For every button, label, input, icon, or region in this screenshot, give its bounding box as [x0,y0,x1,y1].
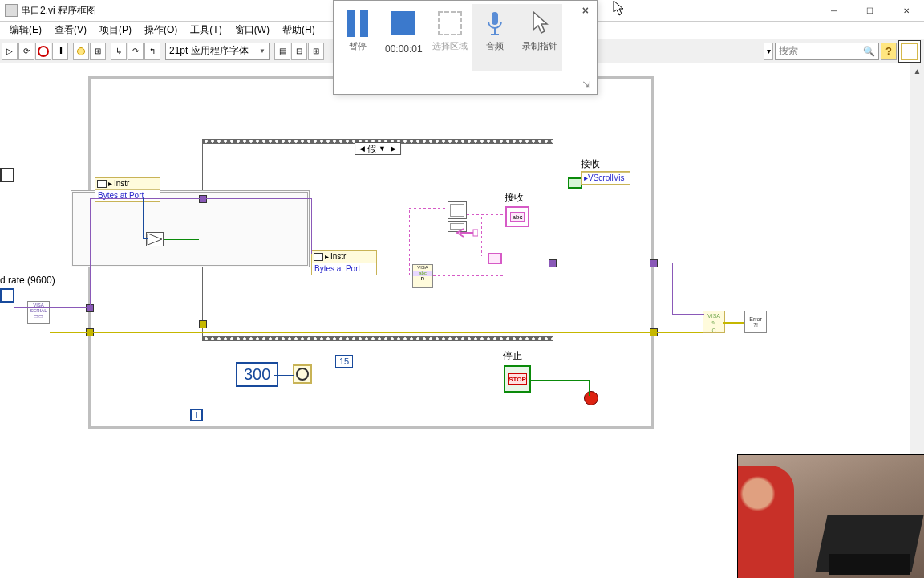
wire-pink-v2 [481,214,482,256]
menu-help[interactable]: 帮助(H) [276,22,322,39]
tunnel-case-out-1[interactable] [549,259,557,267]
control-terminal-left[interactable] [0,168,14,182]
wire-bytes [143,198,144,238]
labview-icon [5,4,18,17]
case-selector[interactable]: ◀ 假 ▼ ▶ [355,142,401,155]
case-next-icon[interactable]: ▶ [388,144,399,153]
case-dropdown-icon[interactable]: ▼ [376,144,388,153]
align-button[interactable]: ▤ [274,43,290,60]
minimize-button[interactable]: ─ [816,0,852,22]
retain-wires-button[interactable]: ⊞ [90,43,106,60]
step-over-button[interactable]: ↷ [128,43,144,60]
recorder-pause-button[interactable]: 暂停 [335,4,380,71]
menu-project[interactable]: 项目(P) [93,22,138,39]
reorder-button[interactable]: ⊞ [308,43,324,60]
wire-blue-1 [160,197,165,197]
abc-label: abc [513,214,523,221]
stop-text: STOP [508,373,527,385]
visa-read-node[interactable]: VISA abc R [412,264,433,288]
recorder-area-button[interactable]: 选择区域 [428,4,472,71]
visa-close-node[interactable]: VISA✎C [703,311,725,333]
pause-button[interactable]: II [52,43,68,60]
run-button[interactable]: ▷ [2,43,18,60]
recorder-audio-button[interactable]: 音频 [472,4,517,71]
prop-class-2: Instr [330,252,346,262]
font-selector[interactable]: 21pt 应用程序字体 ▼ [165,43,270,60]
search-input[interactable]: 搜索 🔍 [775,43,879,60]
pause-label: 暂停 [349,41,367,51]
wire-visa-out4 [672,314,704,315]
svg-marker-0 [148,234,162,245]
context-help-button[interactable]: ? [881,43,897,60]
visa-r: R [413,276,432,282]
wire-stop-v [589,380,590,396]
pointer-label: 录制指针 [522,41,557,51]
prop-ref-icon [97,180,107,188]
menu-tools[interactable]: 工具(T) [184,22,228,39]
search-placeholder: 搜索 [779,44,798,58]
wire-visa-out2 [656,263,672,263]
case-value: 假 [367,143,376,155]
audio-label: 音频 [486,41,504,51]
maximize-button[interactable]: ☐ [852,0,888,22]
area-label: 选择区域 [432,41,468,51]
wire-300 [274,375,294,376]
wire-visa-v2 [311,198,312,254]
scroll-up-icon[interactable]: ▲ [910,63,924,78]
recorder-pin-icon[interactable]: ⇲ [582,79,590,91]
recorder-time: 00:00:01 [385,44,423,54]
local-variable[interactable] [488,253,502,264]
distribute-button[interactable]: ⊟ [291,43,307,60]
recorder-stop-button[interactable]: 00:00:01 [380,4,428,71]
prop-row-2[interactable]: Bytes at Port [312,263,376,275]
numeric-constant-15[interactable]: 15 [335,355,353,368]
property-node-vscroll[interactable]: ▸VScrollVis [581,171,630,185]
highlight-exec-button[interactable] [73,43,89,60]
feedback-node[interactable] [456,227,478,238]
tunnel-inner-2[interactable] [199,320,207,328]
visa-configure-node[interactable]: VISASERIAL▭▭ [27,301,50,324]
menu-window[interactable]: 窗口(W) [229,22,276,39]
step-into-button[interactable]: ↳ [111,43,127,60]
greater-than-zero-node[interactable] [146,232,164,246]
recv-outer-label: 接收 [581,157,600,171]
simple-error-handler[interactable]: Error?! [744,311,767,333]
microphone-icon [477,7,513,39]
prop-row-1[interactable]: Bytes at Port [95,190,160,201]
recorder-pointer-button[interactable]: 录制指针 [517,4,562,71]
loop-iteration-terminal[interactable]: i [190,409,203,421]
case-prev-icon[interactable]: ◀ [357,144,367,153]
webcam-overlay [737,454,924,578]
baud-control-terminal[interactable] [0,288,14,303]
tunnel-while-out-1[interactable] [650,259,658,267]
property-node-bytes-at-port-2[interactable]: ▸ Instr Bytes at Port [311,250,377,275]
wire-visa-h3 [204,198,311,199]
wire-bytes-h [143,238,148,239]
search-icon: 🔍 [863,46,875,57]
svg-rect-1 [473,230,478,236]
concat-string-node[interactable] [448,201,467,219]
recorder-close-button[interactable]: × [579,4,592,17]
chevron-down-icon: ▼ [259,47,265,55]
visa-abc: abc [413,271,432,276]
abort-button[interactable] [35,43,51,60]
search-menu-arrow[interactable]: ▾ [764,43,773,60]
screen-recorder-toolbar[interactable]: × 暂停 00:00:01 选择区域 音频 录制指针 ⇲ [333,0,598,95]
loop-stop-terminal[interactable] [584,391,598,405]
close-button[interactable]: ✕ [888,0,924,22]
prop-ref-icon-2 [314,253,323,261]
vi-icon[interactable] [898,40,921,63]
menu-operate[interactable]: 操作(O) [138,22,184,39]
menu-edit[interactable]: 编辑(E) [3,22,48,39]
wire-visa-out3 [672,263,673,314]
menu-view[interactable]: 查看(V) [48,22,93,39]
visa-label: VISA [413,265,432,271]
numeric-constant-300[interactable]: 300 [236,362,278,387]
pause-icon [347,10,368,37]
run-cont-button[interactable]: ⟳ [18,43,34,60]
tunnel-inner-1[interactable] [199,195,207,203]
step-out-button[interactable]: ↰ [144,43,160,60]
stop-button-terminal[interactable]: STOP [504,365,531,393]
recv-indicator[interactable]: abc [505,206,529,227]
wait-ms-node[interactable] [293,364,312,384]
